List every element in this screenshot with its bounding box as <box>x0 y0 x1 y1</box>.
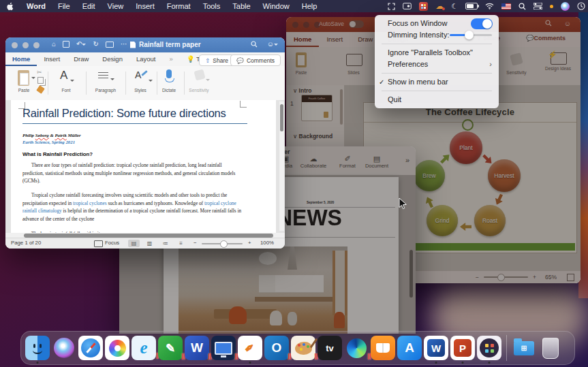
dock-books[interactable] <box>371 336 395 360</box>
copy-icon[interactable] <box>37 77 44 84</box>
siri-icon[interactable] <box>561 2 570 11</box>
zoom-out-button[interactable]: − <box>476 274 479 281</box>
dock-word-windows[interactable]: W‖ <box>185 336 209 360</box>
dock-photos[interactable] <box>105 336 129 360</box>
menu-table[interactable]: Table <box>226 0 256 12</box>
dock-windows-folder[interactable]: ⊞ <box>512 336 536 360</box>
focus-mode-label[interactable]: Focus <box>105 240 119 246</box>
section-background[interactable]: ∨ Background <box>293 133 332 140</box>
collaborate-button[interactable]: ☁Collaborate <box>298 155 328 169</box>
focus-mode-icon[interactable] <box>94 240 103 247</box>
more-commands-icon[interactable]: ⋯ <box>121 40 127 48</box>
menu-edit[interactable]: Edit <box>76 0 102 12</box>
menu-item-dimming-intensity[interactable]: Dimming Intensity: <box>375 29 499 41</box>
dock-parallels-toolbox[interactable] <box>477 336 501 360</box>
sensitivity-label[interactable]: Sensitivity <box>181 88 217 93</box>
dimming-slider[interactable] <box>450 34 492 36</box>
close-button[interactable] <box>12 42 18 48</box>
apple-menu[interactable] <box>0 2 20 11</box>
styles-icon[interactable]: A <box>135 69 141 80</box>
dock-powerpoint[interactable]: P <box>450 336 475 360</box>
node-grind[interactable]: Grind <box>427 205 458 236</box>
menu-tools[interactable]: Tools <box>197 0 227 12</box>
clock-icon[interactable] <box>577 1 585 11</box>
cut-icon[interactable]: ✂ <box>37 69 42 76</box>
minimize-button[interactable] <box>22 42 29 48</box>
document-button[interactable]: ▤Document <box>362 155 392 169</box>
sensitivity-label[interactable]: Sensitivity <box>496 70 537 75</box>
section-intro[interactable]: ∨ Intro <box>293 87 311 94</box>
dock-app-store[interactable]: A <box>397 336 422 360</box>
sensitivity-icon[interactable] <box>510 52 523 66</box>
cloud-headset-icon[interactable]: ☁ <box>435 1 444 11</box>
dock-trash[interactable] <box>538 336 563 360</box>
do-not-disturb-moon-icon[interactable]: ☾ <box>451 1 458 11</box>
dictate-label[interactable]: Dictate <box>155 88 183 93</box>
vertical-scrollbar[interactable] <box>279 101 284 231</box>
new-slide-icon[interactable] <box>346 54 362 66</box>
search-icon[interactable] <box>545 20 552 27</box>
dock-word-mac[interactable]: W <box>424 336 448 360</box>
wifi-icon[interactable] <box>485 1 494 11</box>
autosave-toggle[interactable] <box>349 20 364 28</box>
styles-label[interactable]: Styles <box>128 88 153 93</box>
zoom-in-button[interactable]: + <box>533 274 536 281</box>
font-icon[interactable]: A <box>60 69 67 82</box>
font-label[interactable]: Font <box>55 88 78 93</box>
menu-insert[interactable]: Insert <box>129 0 161 12</box>
paragraph-label[interactable]: Paragraph <box>90 88 121 93</box>
toolbar-overflow-chevron[interactable]: » <box>405 156 409 164</box>
input-flag-icon[interactable] <box>501 3 511 10</box>
dock-parallels-green-app[interactable]: ✎‖ <box>158 336 183 360</box>
search-icon[interactable] <box>251 41 258 48</box>
document-page[interactable]: Rainfall Prediction: Some future directi… <box>11 100 276 233</box>
menu-format[interactable]: Format <box>161 0 197 12</box>
tab-home[interactable]: Home <box>286 32 319 47</box>
format-painter-icon[interactable] <box>36 85 45 94</box>
window-controls[interactable] <box>12 42 40 48</box>
cycle-ring-node[interactable] <box>462 119 474 131</box>
tab-insert[interactable]: Insert <box>319 32 350 47</box>
window-controls[interactable] <box>292 22 320 28</box>
menu-item-preferences[interactable]: Preferences › <box>375 59 499 70</box>
battery-icon[interactable] <box>465 3 478 10</box>
undo-icon[interactable]: ↶ <box>76 40 86 48</box>
zoom-in-button[interactable]: + <box>248 240 251 246</box>
share-button[interactable]: ⇧Share <box>199 54 234 66</box>
tab-draw[interactable]: Draw <box>67 52 95 66</box>
close-button[interactable] <box>292 22 298 28</box>
minimize-button[interactable] <box>303 22 309 28</box>
paragraph-icon[interactable] <box>98 72 108 79</box>
focus-toggle[interactable] <box>471 18 493 29</box>
draft-view-button[interactable]: ≡ <box>175 240 187 247</box>
dock-siri[interactable] <box>52 336 76 360</box>
menu-word[interactable]: Word <box>20 0 52 12</box>
pages-scrollbar[interactable] <box>409 250 413 298</box>
format-button[interactable]: ✐Format <box>332 155 362 169</box>
control-center-icon[interactable] <box>533 1 542 11</box>
comments-button[interactable]: 💬Comments <box>230 54 281 66</box>
zoom-percent[interactable]: 100% <box>260 240 274 246</box>
node-roast[interactable]: Roast <box>474 205 506 236</box>
menu-help[interactable]: Help <box>296 0 324 12</box>
node-brew[interactable]: Brew <box>414 160 445 191</box>
home-icon[interactable]: ⌂ <box>52 40 56 48</box>
dock-outlook[interactable]: O‖ <box>264 336 289 360</box>
doc-link-tropical-cyclones[interactable]: tropical cyclones <box>73 200 107 206</box>
dock-finder[interactable] <box>25 336 50 360</box>
zoom-slider[interactable] <box>484 276 528 278</box>
window-expand-icon[interactable] <box>388 1 395 11</box>
dock-apple-tv[interactable]: tv <box>318 336 342 360</box>
zoom-out-button[interactable]: − <box>194 240 197 246</box>
outline-view-button[interactable]: ≔ <box>159 240 171 247</box>
node-harvest[interactable]: Harvest <box>488 159 521 192</box>
menu-window[interactable]: Window <box>257 0 296 12</box>
comments-button[interactable]: 💬Comments <box>526 35 566 42</box>
dock-paint[interactable]: ‖ <box>291 336 315 360</box>
dock-pages[interactable]: ✒ <box>238 336 262 360</box>
tab-overflow-chevron[interactable]: » <box>162 52 179 66</box>
dock-internet-explorer[interactable]: e‖ <box>131 336 156 360</box>
menu-item-show-in-menu-bar[interactable]: ✓ Show in menu bar <box>375 76 499 88</box>
dictate-icon[interactable] <box>166 69 172 78</box>
menu-item-ignore-toolbox[interactable]: Ignore "Parallels Toolbox" <box>375 47 499 59</box>
